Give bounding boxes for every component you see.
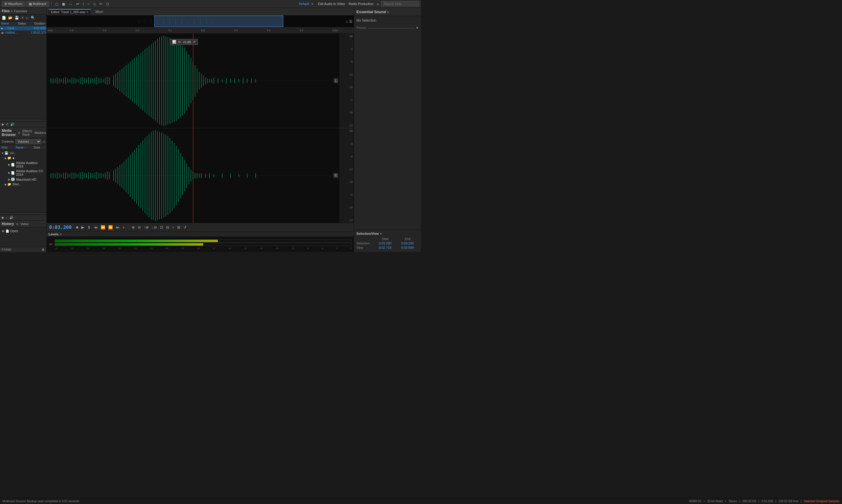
autoplay-icon[interactable]: ▷ xyxy=(25,16,29,20)
zoom-waveform-btn[interactable]: ≈ xyxy=(171,224,175,230)
overview-fit-icon[interactable]: ⌂ xyxy=(345,19,348,23)
mixer-tab[interactable]: Mixer xyxy=(93,10,106,14)
waveform-btn[interactable]: ⊞ Waveform xyxy=(2,1,25,7)
overview-settings-icon[interactable]: ☰ xyxy=(349,19,353,23)
scale-val: 0 xyxy=(350,247,351,250)
effects-rack-tab[interactable]: Effects Rack xyxy=(22,129,32,136)
files-play-btn[interactable]: ▶ xyxy=(2,123,4,126)
media-browser-menu-icon[interactable]: ≡ xyxy=(18,131,20,134)
zoom-full-btn[interactable]: ⊟ xyxy=(165,224,170,230)
levels-menu-icon[interactable]: ≡ xyxy=(60,232,61,236)
files-volume-btn[interactable]: 🔊 xyxy=(10,123,14,126)
editor-tab[interactable]: Editor: Track 1_005.wav ≡ xyxy=(49,9,91,14)
tool-btn-4[interactable]: ⇌ xyxy=(75,1,80,7)
workspace-menu-icon[interactable]: ≡ xyxy=(311,2,313,5)
media-tree-item[interactable]: ▶ 📁 Shor... xyxy=(0,182,47,187)
sv-selection-row: Selection 0:03.200 0:03.200 xyxy=(356,241,419,245)
multitrack-btn[interactable]: ▦ Multitrack xyxy=(26,1,49,7)
media-tree-item[interactable]: ▶ 💽 Macintosh HD xyxy=(0,177,47,182)
new-file-icon[interactable]: 📄 xyxy=(1,16,7,20)
media-tree-item[interactable]: ▶ 📁 ■ xyxy=(0,156,47,161)
search-files-icon[interactable]: 🔍 xyxy=(30,16,36,20)
to-end-btn[interactable]: ⏭ xyxy=(115,224,121,230)
tool-btn-8[interactable]: ✏ xyxy=(98,1,104,7)
media-volume-btn[interactable]: 🔊 xyxy=(10,216,14,219)
play-btn[interactable]: ▶ xyxy=(80,224,85,230)
tool-btn-6[interactable]: ○ xyxy=(86,1,91,7)
media-panel-resize-icon[interactable]: ◁ xyxy=(42,140,45,144)
media-tree-root[interactable]: ▼ 💾 Vol... xyxy=(0,150,47,156)
media-browser-header: Media Browser ≡ Effects Rack Markers » xyxy=(0,127,47,138)
files-menu-icon[interactable]: ≡ xyxy=(11,10,13,13)
tool-btn-5[interactable]: I xyxy=(82,1,85,7)
col-duration-header: Duration xyxy=(31,22,45,25)
scale-val: -30 xyxy=(196,247,200,250)
history-item[interactable]: ▶ 📄 Open xyxy=(1,229,45,233)
zoom-in-time-btn[interactable]: ⊕ xyxy=(131,224,136,230)
fast-forward-btn[interactable]: ⏩ xyxy=(107,224,114,230)
record-btn[interactable]: ● xyxy=(122,224,126,230)
media-export-btn[interactable]: ↑ xyxy=(6,216,7,219)
files-loop-btn[interactable]: ↺ xyxy=(6,123,8,126)
file-duration: 0:01.838 xyxy=(31,26,45,30)
waveform-main[interactable]: 📊 ⊙ +0 dB ↗ xyxy=(47,34,339,223)
tool-btn-7[interactable]: ◇ xyxy=(92,1,97,7)
tool-btn-2[interactable]: ◼ xyxy=(61,1,66,7)
tree-expand-arrow: ▶ xyxy=(8,163,10,166)
zoom-out-time-btn[interactable]: ⊖ xyxy=(137,224,142,230)
file-row[interactable]: ▶ ♪ Track 1_005.wav 0:01.838 xyxy=(0,26,47,31)
loop-btn[interactable]: ↺ xyxy=(182,224,187,230)
media-play-btn[interactable]: ▶ xyxy=(2,216,4,219)
video-tab[interactable]: Video xyxy=(20,222,29,226)
zoom-selection-btn[interactable]: ⊡ xyxy=(159,224,164,230)
files-toolbar: 📄 📂 💾 ✕ ▷ 🔍 xyxy=(0,15,47,21)
sv-selection-start[interactable]: 0:03.200 xyxy=(374,241,396,245)
media-horizontal-scrollbar[interactable] xyxy=(0,212,47,215)
pause-btn[interactable]: ⏸ xyxy=(86,224,92,230)
file-row[interactable]: ▦ Untitled Session 1.sesx * 1:00:01.575 xyxy=(0,31,47,35)
tooltip-expand-icon[interactable]: ↗ xyxy=(193,40,195,44)
rewind-btn[interactable]: ⏪ xyxy=(100,224,106,230)
sv-view-end[interactable]: 0:03.569 xyxy=(396,246,419,249)
media-tree-item[interactable]: ▶ 📄 Adobe Audition CC 2019 xyxy=(0,169,47,177)
tool-btn-3[interactable]: ↔ xyxy=(68,1,74,7)
right-panel: Essential Sound ≡ No Selection Preset: ▼… xyxy=(354,8,421,252)
drive-icon: 💾 xyxy=(4,151,8,155)
sv-title: Selection/View xyxy=(356,232,379,235)
waveform-tooltip: 📊 ⊙ +0 dB ↗ xyxy=(169,39,198,45)
ruler-tick: 3.3 xyxy=(234,29,238,32)
media-tree-item[interactable]: ▶ 📄 Adobe Audition 2019 xyxy=(0,161,47,169)
overview-track xyxy=(47,16,354,27)
zoom-all-btn[interactable]: ⊞ xyxy=(176,224,181,230)
editor-tab-menu-icon[interactable]: ≡ xyxy=(87,10,88,14)
files-horizontal-scrollbar[interactable] xyxy=(0,119,47,121)
edit-audio-btn[interactable]: Edit Audio to Video xyxy=(318,2,345,5)
favorites-tab[interactable]: Favorites xyxy=(14,10,27,13)
folder-icon: 📄 xyxy=(11,163,15,167)
essential-sound-menu-icon[interactable]: ≡ xyxy=(387,10,389,14)
save-icon[interactable]: 💾 xyxy=(14,16,20,20)
search-input[interactable] xyxy=(381,1,419,6)
import-icon[interactable]: 📂 xyxy=(7,16,13,20)
preset-expand-icon[interactable]: ▼ xyxy=(416,26,419,30)
to-start-btn[interactable]: ⏮ xyxy=(93,224,98,230)
zoom-out-amplitude-btn[interactable]: ↓⊖ xyxy=(151,224,158,230)
media-playback-controls: ▶ ↑ 🔊 xyxy=(0,215,47,220)
waveform-overview[interactable]: ⌂ ☰ xyxy=(47,16,354,27)
expand-workspaces-btn[interactable]: » xyxy=(376,1,380,7)
history-menu-icon[interactable]: ≡ xyxy=(16,222,18,226)
tool-btn-9[interactable]: ⟨⟩ xyxy=(105,1,110,7)
markers-tab[interactable]: Markers xyxy=(35,131,46,134)
tool-btn-1[interactable]: ◻ xyxy=(54,1,60,7)
sv-menu-icon[interactable]: ≡ xyxy=(380,232,382,235)
contents-select[interactable]: Volumes xyxy=(16,139,41,144)
stop-btn[interactable]: ■ xyxy=(75,224,79,230)
sv-view-start[interactable]: 0:02.718 xyxy=(374,246,396,249)
waveform-area[interactable]: 📊 ⊙ +0 dB ↗ xyxy=(47,34,354,223)
essential-sound-spacer xyxy=(354,31,421,230)
clear-history-icon[interactable]: 🗑 xyxy=(42,248,45,251)
sv-selection-end[interactable]: 0:03.200 xyxy=(396,241,419,245)
zoom-in-amplitude-btn[interactable]: ↑⊕ xyxy=(143,224,150,230)
overview-selection[interactable] xyxy=(154,16,283,27)
close-file-icon[interactable]: ✕ xyxy=(20,16,24,20)
